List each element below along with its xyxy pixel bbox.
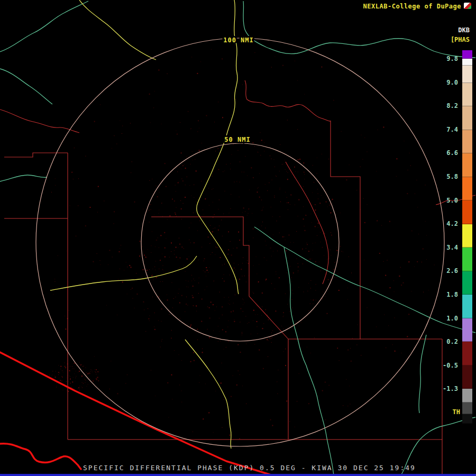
colorbar-tick-label: 0.2: [433, 338, 458, 345]
colorbar-tick-label: 8.2: [433, 102, 458, 109]
colorbar-tick-label: 9.0: [433, 79, 458, 86]
colorbar-tick-label: 9.8: [433, 55, 458, 62]
colorbar-segment: [462, 50, 472, 59]
thick-red-boundary: [0, 352, 273, 475]
range-ring-100nmi-label: 100 NMI: [223, 36, 254, 44]
river: [245, 80, 331, 121]
colorbar-tick-label: -1.3: [433, 385, 458, 392]
river: [286, 162, 328, 284]
colorbar-segment: [462, 200, 472, 224]
colorbar-unit-label: DKB: [458, 26, 470, 34]
colorbar-segment: [462, 271, 472, 295]
radar-map: 100 NMI 50 NMI: [0, 0, 476, 476]
colorbar-tick-label: 1.0: [433, 315, 458, 322]
teal-highway: [0, 1, 88, 52]
colorbar-threshold-label: TH: [453, 408, 460, 416]
product-status-text: SPECIFIC DIFFERENTIAL PHASE (KDP) 0.5 DE…: [83, 464, 416, 472]
colorbar-tick-label: -0.5: [433, 362, 458, 369]
colorbar-segment: [462, 106, 472, 130]
colorbar-tick-label: 7.4: [433, 126, 458, 133]
cod-logo-icon: [464, 3, 471, 9]
colorbar-segment: [462, 59, 472, 66]
colorbar-tick-label: 6.6: [433, 149, 458, 157]
colorbar-segment: [462, 318, 472, 342]
colorbar-tick-label: 1.8: [433, 291, 458, 298]
county-line: [4, 153, 68, 157]
colorbar-tick-label: 3.4: [433, 244, 458, 251]
yellow-highway: [79, 0, 156, 60]
teal-highway: [419, 335, 426, 413]
colorbar-phase-label: [PHAS: [451, 36, 470, 43]
range-ring-50nmi-label: 50 NMI: [224, 136, 250, 143]
county-boundaries: [4, 121, 442, 476]
colorbar-segment: [462, 66, 472, 83]
colorbar-segment: [462, 153, 472, 177]
highways-teal: [0, 1, 475, 475]
colorbar-tick-label: 2.6: [433, 267, 458, 274]
colorbar-tick-label: 4.2: [433, 220, 458, 227]
colorbar-segment: [462, 248, 472, 271]
colorbar-segment: [462, 224, 472, 248]
highways-yellow: [50, 0, 239, 448]
radar-viewer: 100 NMI 50 NMI NEXLAB-College of DuPage …: [0, 0, 476, 476]
colorbar-segment: [462, 342, 472, 365]
range-ring-50nmi: [141, 143, 339, 341]
yellow-highway: [197, 0, 239, 294]
colorbar-tick-label: 5.8: [433, 173, 458, 180]
brand-title: NEXLAB-College of DuPage: [363, 3, 461, 10]
yellow-highway: [50, 256, 197, 290]
colorbar-segment: [462, 365, 472, 389]
county-line: [288, 121, 360, 339]
thick-red-boundary: [0, 444, 81, 469]
teal-highway: [284, 247, 334, 475]
colorbar-segment: [462, 83, 472, 106]
colorbar: [462, 50, 472, 424]
colorbar-segment: [462, 402, 472, 414]
bottom-border-line: [0, 474, 476, 476]
county-line: [151, 217, 288, 339]
colorbar-segment: [462, 389, 472, 402]
river: [0, 109, 79, 133]
speckle-layer: [49, 49, 435, 440]
colorbar-segment: [462, 177, 472, 200]
teal-highway: [0, 175, 47, 181]
river-lines: [0, 80, 475, 284]
border-highlight: [0, 352, 273, 475]
colorbar-tick-label: 5.0: [433, 197, 458, 204]
colorbar-segment: [462, 130, 472, 153]
teal-highway: [0, 69, 52, 104]
yellow-highway: [185, 340, 231, 448]
colorbar-segment: [462, 295, 472, 318]
range-ring-100nmi: [36, 38, 444, 446]
colorbar-segment: [462, 414, 472, 424]
